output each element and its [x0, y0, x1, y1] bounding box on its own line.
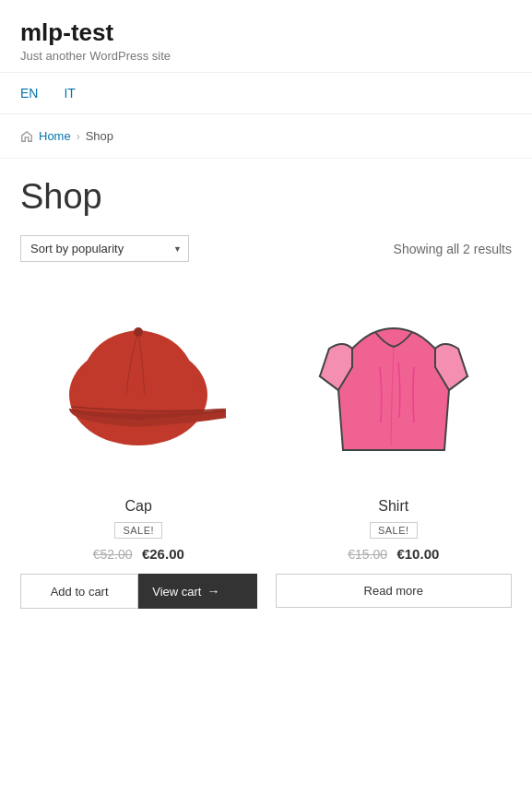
site-title: mlp-test: [20, 18, 512, 47]
product-name-cap: Cap: [125, 498, 152, 515]
page-title: Shop: [20, 177, 512, 217]
results-count: Showing all 2 results: [394, 242, 512, 256]
sale-badge-cap: SALE!: [114, 522, 162, 539]
home-icon: [20, 130, 33, 143]
product-actions-shirt: Read more: [276, 574, 513, 608]
shop-toolbar: Sort by popularity Sort by average ratin…: [20, 235, 512, 262]
product-card-cap: Cap SALE! €52.00 €26.00 Add to cart View…: [20, 284, 257, 609]
product-image-shirt: [276, 284, 513, 487]
price-original-cap: €52.00: [93, 547, 133, 562]
view-cart-label: View cart: [152, 585, 201, 599]
site-tagline: Just another WordPress site: [20, 49, 512, 63]
price-original-shirt: €15.00: [348, 547, 387, 562]
product-name-shirt: Shirt: [378, 498, 408, 515]
sale-badge-shirt: SALE!: [370, 522, 418, 539]
main-content: Shop Sort by popularity Sort by average …: [0, 159, 532, 627]
price-sale-cap: €26.00: [142, 546, 184, 562]
products-grid: Cap SALE! €52.00 €26.00 Add to cart View…: [20, 284, 512, 609]
product-actions-cap: Add to cart View cart →: [20, 574, 257, 609]
sort-select[interactable]: Sort by popularity Sort by average ratin…: [20, 235, 189, 262]
product-image-cap: [20, 284, 257, 487]
language-switcher: EN IT: [0, 73, 532, 114]
lang-it[interactable]: IT: [64, 86, 75, 101]
product-card-shirt: Shirt SALE! €15.00 €10.00 Read more: [276, 284, 513, 609]
view-cart-button-cap[interactable]: View cart →: [138, 574, 256, 609]
price-shirt: €15.00 €10.00: [348, 546, 439, 563]
breadcrumb-separator: ›: [77, 130, 80, 143]
breadcrumb: Home › Shop: [0, 114, 532, 159]
sort-select-wrapper[interactable]: Sort by popularity Sort by average ratin…: [20, 235, 189, 262]
breadcrumb-current: Shop: [86, 129, 113, 143]
arrow-icon: →: [207, 584, 219, 599]
price-sale-shirt: €10.00: [396, 546, 439, 562]
site-header: mlp-test Just another WordPress site: [0, 0, 532, 73]
read-more-button-shirt[interactable]: Read more: [276, 574, 513, 608]
lang-en[interactable]: EN: [20, 86, 38, 101]
price-cap: €52.00 €26.00: [93, 546, 184, 563]
add-to-cart-button-cap[interactable]: Add to cart: [20, 574, 138, 609]
breadcrumb-home-link[interactable]: Home: [39, 129, 71, 143]
